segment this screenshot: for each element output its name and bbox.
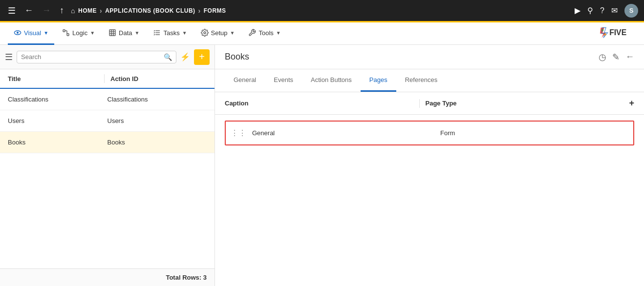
left-toolbar: ☰ 🔍 ⚡ + <box>0 45 215 69</box>
tab-pages[interactable]: Pages <box>361 69 396 92</box>
header-divider <box>104 74 105 83</box>
search-box: 🔍 <box>17 51 176 63</box>
svg-rect-3 <box>67 34 69 36</box>
add-button[interactable]: + <box>194 49 210 65</box>
help-icon[interactable]: ? <box>600 6 604 15</box>
breadcrumb-home[interactable]: HOME <box>78 7 97 14</box>
tools-icon <box>248 29 256 37</box>
breadcrumb-app[interactable]: APPLICATIONS (BOOK CLUB) <box>105 7 195 14</box>
flow-icon <box>62 29 70 37</box>
col-title-header: Title <box>8 75 104 82</box>
svg-rect-6 <box>109 30 115 36</box>
row-title: Users <box>8 117 107 124</box>
edit-icon[interactable]: ✎ <box>612 52 620 62</box>
nav-visual[interactable]: Visual ▼ <box>8 22 54 45</box>
table-row[interactable]: Users Users <box>0 110 215 132</box>
right-panel-header: Books ◷ ✎ ← <box>215 45 644 69</box>
tab-general[interactable]: General <box>225 69 265 92</box>
svg-point-14 <box>204 32 206 34</box>
nav-setup[interactable]: Setup ▼ <box>195 22 241 45</box>
play-icon[interactable]: ▶ <box>575 6 580 15</box>
nav-visual-label: Visual <box>24 29 41 37</box>
nav-tools[interactable]: Tools ▼ <box>242 22 286 45</box>
nav-setup-label: Setup <box>211 29 228 37</box>
nav-tasks-label: Tasks <box>163 29 179 37</box>
left-panel: ☰ 🔍 ⚡ + Title Action ID Classifications … <box>0 45 215 286</box>
nav-data[interactable]: Data ▼ <box>103 22 145 45</box>
secondary-navigation: Visual ▼ Logic ▼ Data ▼ Tasks ▼ Setup ▼ … <box>0 22 644 45</box>
row-title: Books <box>8 139 107 146</box>
setup-dropdown-icon[interactable]: ▼ <box>230 30 235 36</box>
tasks-icon <box>153 29 161 37</box>
tools-dropdown-icon[interactable]: ▼ <box>276 30 281 36</box>
tab-action-buttons[interactable]: Action Buttons <box>302 69 361 92</box>
svg-point-1 <box>17 32 19 34</box>
main-content: ☰ 🔍 ⚡ + Title Action ID Classifications … <box>0 45 644 286</box>
breadcrumb-sep-1: › <box>100 7 102 15</box>
back-arrow-icon[interactable]: ← <box>625 52 634 62</box>
visual-dropdown-icon[interactable]: ▼ <box>43 30 48 36</box>
eye-icon <box>14 29 21 37</box>
nav-logic-label: Logic <box>72 29 87 37</box>
search-nav-icon[interactable]: ⚲ <box>587 6 593 15</box>
pages-row-caption: General <box>252 129 440 137</box>
right-panel: Books ◷ ✎ ← General Events Action Button… <box>215 45 644 286</box>
pages-rows: ⋮⋮ General Form <box>215 115 644 149</box>
tasks-dropdown-icon[interactable]: ▼ <box>182 30 187 36</box>
tab-events[interactable]: Events <box>265 69 302 92</box>
hamburger-icon[interactable]: ☰ <box>6 3 18 18</box>
breadcrumb-forms[interactable]: FORMS <box>204 7 226 14</box>
pages-col-type-header: Page Type <box>426 100 620 107</box>
sidebar-toggle-icon[interactable]: ☰ <box>5 52 13 62</box>
right-panel-title: Books <box>225 52 249 62</box>
pages-row[interactable]: ⋮⋮ General Form <box>225 121 634 145</box>
table-rows: Classifications Classifications Users Us… <box>0 89 215 268</box>
right-header-icons: ◷ ✎ ← <box>599 52 634 62</box>
svg-rect-2 <box>63 30 65 32</box>
table-footer: Total Rows: 3 <box>0 268 215 286</box>
row-title: Classifications <box>8 96 107 103</box>
gear-icon <box>201 29 209 37</box>
breadcrumb: ⌂ HOME › APPLICATIONS (BOOK CLUB) › FORM… <box>71 7 226 15</box>
svg-text:FIVE: FIVE <box>609 28 626 37</box>
col-action-header: Action ID <box>110 75 207 82</box>
search-icon[interactable]: 🔍 <box>164 53 172 61</box>
avatar[interactable]: S <box>624 4 638 18</box>
pages-table-header: Caption Page Type + <box>215 92 644 115</box>
tabs: General Events Action Buttons Pages Refe… <box>215 69 644 92</box>
nav-data-label: Data <box>119 29 132 37</box>
history-icon[interactable]: ◷ <box>599 52 606 62</box>
pages-add-col[interactable]: + <box>620 98 634 108</box>
tab-references[interactable]: References <box>396 69 446 92</box>
flash-icon[interactable]: ⚡ <box>180 52 190 61</box>
total-rows-label: Total Rows: 3 <box>166 274 207 281</box>
grid-icon <box>108 29 116 37</box>
pages-header-divider <box>419 99 420 108</box>
nav-tools-label: Tools <box>258 29 273 37</box>
data-dropdown-icon[interactable]: ▼ <box>135 30 140 36</box>
logic-dropdown-icon[interactable]: ▼ <box>90 30 95 36</box>
forward-icon[interactable]: → <box>40 3 53 18</box>
nav-logic[interactable]: Logic ▼ <box>56 22 101 45</box>
svg-point-18 <box>601 29 603 31</box>
drag-handle-icon[interactable]: ⋮⋮ <box>231 128 246 138</box>
up-icon[interactable]: ↑ <box>58 3 66 18</box>
pages-col-caption-header: Caption <box>225 100 419 107</box>
row-action-id: Classifications <box>107 96 207 103</box>
bell-icon[interactable]: ✉ <box>611 6 618 15</box>
breadcrumb-sep-2: › <box>198 7 201 15</box>
row-action-id: Users <box>107 117 207 124</box>
pages-content: Caption Page Type + ⋮⋮ General Form <box>215 92 644 286</box>
pages-row-type: Form <box>440 129 628 137</box>
back-icon[interactable]: ← <box>22 3 35 18</box>
table-row[interactable]: Classifications Classifications <box>0 89 215 110</box>
top-navigation: ☰ ← → ↑ ⌂ HOME › APPLICATIONS (BOOK CLUB… <box>0 0 644 22</box>
table-row-selected[interactable]: Books Books <box>0 132 215 153</box>
search-input[interactable] <box>21 53 164 61</box>
row-action-id: Books <box>107 139 207 146</box>
table-header: Title Action ID <box>0 69 215 89</box>
svg-point-19 <box>604 33 606 35</box>
nav-tasks[interactable]: Tasks ▼ <box>147 22 193 45</box>
five-logo: FIVE <box>597 26 636 41</box>
